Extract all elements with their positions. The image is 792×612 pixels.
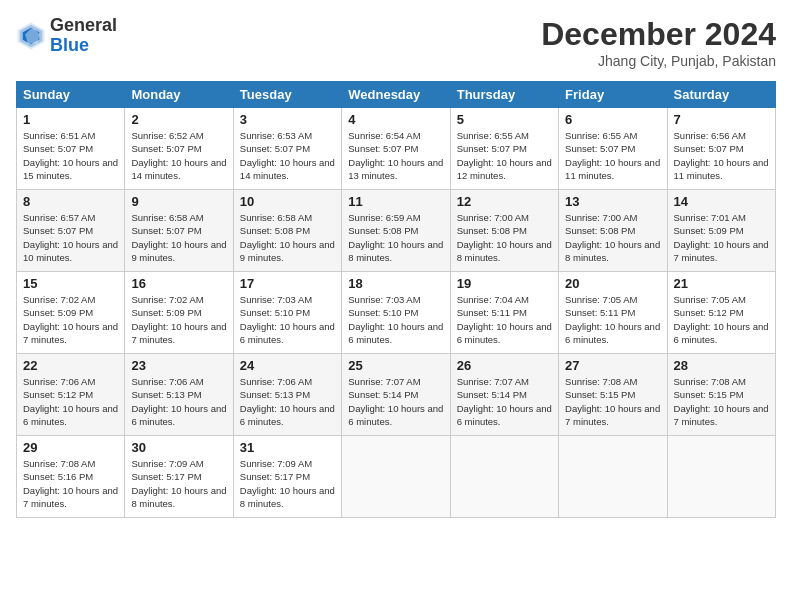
calendar-cell: 30Sunrise: 7:09 AM Sunset: 5:17 PM Dayli… bbox=[125, 436, 233, 518]
calendar-cell: 7Sunrise: 6:56 AM Sunset: 5:07 PM Daylig… bbox=[667, 108, 775, 190]
day-info: Sunrise: 7:06 AM Sunset: 5:13 PM Dayligh… bbox=[240, 375, 335, 428]
day-info: Sunrise: 7:08 AM Sunset: 5:15 PM Dayligh… bbox=[565, 375, 660, 428]
day-info: Sunrise: 6:53 AM Sunset: 5:07 PM Dayligh… bbox=[240, 129, 335, 182]
day-number: 8 bbox=[23, 194, 118, 209]
calendar-cell: 11Sunrise: 6:59 AM Sunset: 5:08 PM Dayli… bbox=[342, 190, 450, 272]
day-number: 31 bbox=[240, 440, 335, 455]
calendar-week-1: 1Sunrise: 6:51 AM Sunset: 5:07 PM Daylig… bbox=[17, 108, 776, 190]
day-number: 27 bbox=[565, 358, 660, 373]
title-block: December 2024 Jhang City, Punjab, Pakist… bbox=[541, 16, 776, 69]
day-info: Sunrise: 6:52 AM Sunset: 5:07 PM Dayligh… bbox=[131, 129, 226, 182]
calendar-cell: 31Sunrise: 7:09 AM Sunset: 5:17 PM Dayli… bbox=[233, 436, 341, 518]
day-info: Sunrise: 7:07 AM Sunset: 5:14 PM Dayligh… bbox=[457, 375, 552, 428]
header-monday: Monday bbox=[125, 82, 233, 108]
calendar-cell: 26Sunrise: 7:07 AM Sunset: 5:14 PM Dayli… bbox=[450, 354, 558, 436]
calendar-cell: 17Sunrise: 7:03 AM Sunset: 5:10 PM Dayli… bbox=[233, 272, 341, 354]
calendar-cell: 16Sunrise: 7:02 AM Sunset: 5:09 PM Dayli… bbox=[125, 272, 233, 354]
day-info: Sunrise: 7:08 AM Sunset: 5:16 PM Dayligh… bbox=[23, 457, 118, 510]
day-number: 16 bbox=[131, 276, 226, 291]
calendar-cell: 25Sunrise: 7:07 AM Sunset: 5:14 PM Dayli… bbox=[342, 354, 450, 436]
calendar-cell: 23Sunrise: 7:06 AM Sunset: 5:13 PM Dayli… bbox=[125, 354, 233, 436]
day-number: 20 bbox=[565, 276, 660, 291]
calendar-week-2: 8Sunrise: 6:57 AM Sunset: 5:07 PM Daylig… bbox=[17, 190, 776, 272]
day-number: 26 bbox=[457, 358, 552, 373]
calendar-cell: 22Sunrise: 7:06 AM Sunset: 5:12 PM Dayli… bbox=[17, 354, 125, 436]
day-number: 30 bbox=[131, 440, 226, 455]
calendar-cell: 5Sunrise: 6:55 AM Sunset: 5:07 PM Daylig… bbox=[450, 108, 558, 190]
calendar-cell: 19Sunrise: 7:04 AM Sunset: 5:11 PM Dayli… bbox=[450, 272, 558, 354]
day-number: 15 bbox=[23, 276, 118, 291]
day-number: 19 bbox=[457, 276, 552, 291]
calendar-cell: 27Sunrise: 7:08 AM Sunset: 5:15 PM Dayli… bbox=[559, 354, 667, 436]
calendar-cell: 3Sunrise: 6:53 AM Sunset: 5:07 PM Daylig… bbox=[233, 108, 341, 190]
calendar-cell bbox=[450, 436, 558, 518]
day-info: Sunrise: 7:00 AM Sunset: 5:08 PM Dayligh… bbox=[565, 211, 660, 264]
day-number: 11 bbox=[348, 194, 443, 209]
header-friday: Friday bbox=[559, 82, 667, 108]
calendar-cell: 14Sunrise: 7:01 AM Sunset: 5:09 PM Dayli… bbox=[667, 190, 775, 272]
calendar-cell: 2Sunrise: 6:52 AM Sunset: 5:07 PM Daylig… bbox=[125, 108, 233, 190]
day-number: 1 bbox=[23, 112, 118, 127]
calendar-cell: 9Sunrise: 6:58 AM Sunset: 5:07 PM Daylig… bbox=[125, 190, 233, 272]
calendar-cell: 6Sunrise: 6:55 AM Sunset: 5:07 PM Daylig… bbox=[559, 108, 667, 190]
calendar-cell: 8Sunrise: 6:57 AM Sunset: 5:07 PM Daylig… bbox=[17, 190, 125, 272]
main-title: December 2024 bbox=[541, 16, 776, 53]
header-wednesday: Wednesday bbox=[342, 82, 450, 108]
day-info: Sunrise: 6:51 AM Sunset: 5:07 PM Dayligh… bbox=[23, 129, 118, 182]
logo-icon bbox=[16, 21, 46, 51]
day-number: 21 bbox=[674, 276, 769, 291]
calendar-week-5: 29Sunrise: 7:08 AM Sunset: 5:16 PM Dayli… bbox=[17, 436, 776, 518]
calendar-header-row: SundayMondayTuesdayWednesdayThursdayFrid… bbox=[17, 82, 776, 108]
calendar-cell bbox=[559, 436, 667, 518]
calendar-cell: 20Sunrise: 7:05 AM Sunset: 5:11 PM Dayli… bbox=[559, 272, 667, 354]
calendar-cell: 21Sunrise: 7:05 AM Sunset: 5:12 PM Dayli… bbox=[667, 272, 775, 354]
day-info: Sunrise: 6:58 AM Sunset: 5:08 PM Dayligh… bbox=[240, 211, 335, 264]
calendar-cell bbox=[342, 436, 450, 518]
calendar-cell: 29Sunrise: 7:08 AM Sunset: 5:16 PM Dayli… bbox=[17, 436, 125, 518]
header-saturday: Saturday bbox=[667, 82, 775, 108]
day-info: Sunrise: 7:05 AM Sunset: 5:12 PM Dayligh… bbox=[674, 293, 769, 346]
day-number: 10 bbox=[240, 194, 335, 209]
calendar-cell: 18Sunrise: 7:03 AM Sunset: 5:10 PM Dayli… bbox=[342, 272, 450, 354]
day-number: 28 bbox=[674, 358, 769, 373]
day-info: Sunrise: 7:06 AM Sunset: 5:12 PM Dayligh… bbox=[23, 375, 118, 428]
day-info: Sunrise: 7:02 AM Sunset: 5:09 PM Dayligh… bbox=[23, 293, 118, 346]
calendar-table: SundayMondayTuesdayWednesdayThursdayFrid… bbox=[16, 81, 776, 518]
calendar-cell: 15Sunrise: 7:02 AM Sunset: 5:09 PM Dayli… bbox=[17, 272, 125, 354]
day-info: Sunrise: 7:05 AM Sunset: 5:11 PM Dayligh… bbox=[565, 293, 660, 346]
day-number: 9 bbox=[131, 194, 226, 209]
day-number: 24 bbox=[240, 358, 335, 373]
day-info: Sunrise: 7:09 AM Sunset: 5:17 PM Dayligh… bbox=[240, 457, 335, 510]
calendar-cell: 4Sunrise: 6:54 AM Sunset: 5:07 PM Daylig… bbox=[342, 108, 450, 190]
day-info: Sunrise: 7:01 AM Sunset: 5:09 PM Dayligh… bbox=[674, 211, 769, 264]
day-number: 4 bbox=[348, 112, 443, 127]
calendar-cell bbox=[667, 436, 775, 518]
day-number: 2 bbox=[131, 112, 226, 127]
logo-line1: General bbox=[50, 16, 117, 36]
calendar-week-4: 22Sunrise: 7:06 AM Sunset: 5:12 PM Dayli… bbox=[17, 354, 776, 436]
day-info: Sunrise: 7:00 AM Sunset: 5:08 PM Dayligh… bbox=[457, 211, 552, 264]
day-info: Sunrise: 6:54 AM Sunset: 5:07 PM Dayligh… bbox=[348, 129, 443, 182]
day-number: 25 bbox=[348, 358, 443, 373]
page-header: General Blue December 2024 Jhang City, P… bbox=[16, 16, 776, 69]
day-number: 17 bbox=[240, 276, 335, 291]
day-info: Sunrise: 7:09 AM Sunset: 5:17 PM Dayligh… bbox=[131, 457, 226, 510]
day-info: Sunrise: 6:56 AM Sunset: 5:07 PM Dayligh… bbox=[674, 129, 769, 182]
day-number: 23 bbox=[131, 358, 226, 373]
day-info: Sunrise: 6:59 AM Sunset: 5:08 PM Dayligh… bbox=[348, 211, 443, 264]
day-info: Sunrise: 6:55 AM Sunset: 5:07 PM Dayligh… bbox=[565, 129, 660, 182]
day-info: Sunrise: 6:57 AM Sunset: 5:07 PM Dayligh… bbox=[23, 211, 118, 264]
day-info: Sunrise: 7:07 AM Sunset: 5:14 PM Dayligh… bbox=[348, 375, 443, 428]
day-number: 5 bbox=[457, 112, 552, 127]
day-number: 18 bbox=[348, 276, 443, 291]
calendar-week-3: 15Sunrise: 7:02 AM Sunset: 5:09 PM Dayli… bbox=[17, 272, 776, 354]
calendar-cell: 12Sunrise: 7:00 AM Sunset: 5:08 PM Dayli… bbox=[450, 190, 558, 272]
logo: General Blue bbox=[16, 16, 117, 56]
day-info: Sunrise: 7:02 AM Sunset: 5:09 PM Dayligh… bbox=[131, 293, 226, 346]
day-number: 22 bbox=[23, 358, 118, 373]
day-info: Sunrise: 7:04 AM Sunset: 5:11 PM Dayligh… bbox=[457, 293, 552, 346]
day-number: 3 bbox=[240, 112, 335, 127]
day-info: Sunrise: 6:58 AM Sunset: 5:07 PM Dayligh… bbox=[131, 211, 226, 264]
day-info: Sunrise: 6:55 AM Sunset: 5:07 PM Dayligh… bbox=[457, 129, 552, 182]
calendar-cell: 1Sunrise: 6:51 AM Sunset: 5:07 PM Daylig… bbox=[17, 108, 125, 190]
